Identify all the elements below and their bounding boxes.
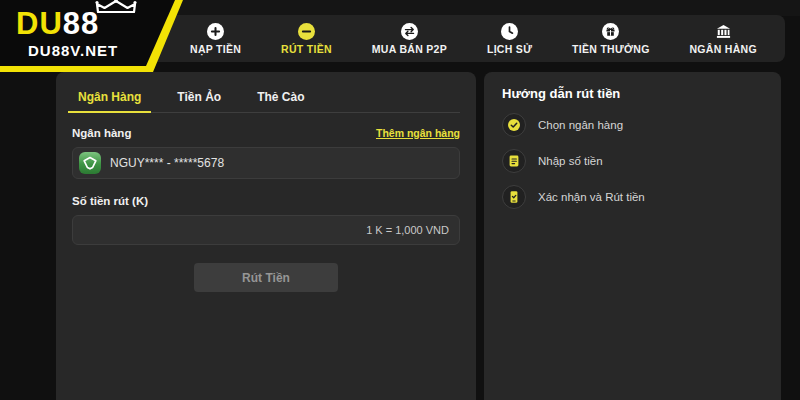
note-icon <box>502 149 526 173</box>
amount-input[interactable] <box>72 215 460 245</box>
tab-crypto[interactable]: Tiền Ảo <box>173 84 225 112</box>
nav-label: MUA BÁN P2P <box>372 43 447 55</box>
nav-label: TIỀN THƯỞNG <box>572 43 650 55</box>
minus-circle-icon <box>298 23 315 40</box>
nav-label: RÚT TIỀN <box>281 43 332 55</box>
guide-step-1: Chọn ngân hàng <box>502 113 763 137</box>
guide-step-label: Chọn ngân hàng <box>538 119 623 131</box>
swap-icon <box>401 23 418 40</box>
phone-confirm-icon <box>502 185 526 209</box>
tab-card[interactable]: Thẻ Cào <box>253 84 308 112</box>
guide-title: Hướng dẫn rút tiền <box>502 86 763 101</box>
bank-account-masked: NGUY**** - *****5678 <box>110 156 224 170</box>
bank-field-label: Ngân hàng <box>72 127 131 139</box>
bank-logo-shield-icon <box>79 152 101 174</box>
nav-item-deposit[interactable]: NẠP TIỀN <box>190 23 241 55</box>
amount-field-label: Số tiền rút (K) <box>72 195 148 207</box>
withdraw-panel: Ngân Hàng Tiền Ảo Thẻ Cào Ngân hàng Thêm… <box>56 72 476 400</box>
withdraw-submit-button[interactable]: Rút Tiền <box>194 263 338 292</box>
guide-step-3: Xác nhận và Rút tiền <box>502 185 763 209</box>
guide-step-label: Xác nhận và Rút tiền <box>538 191 645 203</box>
nav-item-p2p[interactable]: MUA BÁN P2P <box>372 23 447 55</box>
nav-item-withdraw[interactable]: RÚT TIỀN <box>281 23 332 55</box>
main-nav: NẠP TIỀN RÚT TIỀN MUA BÁN P2P LỊCH SỬ TI… <box>100 15 785 62</box>
logo-title: DU88 <box>16 8 99 39</box>
withdraw-method-tabs: Ngân Hàng Tiền Ảo Thẻ Cào <box>72 84 460 113</box>
guide-panel: Hướng dẫn rút tiền Chọn ngân hàng Nhập s… <box>484 72 781 400</box>
guide-step-2: Nhập số tiền <box>502 149 763 173</box>
clock-icon <box>501 23 518 40</box>
logo-domain: DU88V.NET <box>28 42 118 59</box>
nav-item-history[interactable]: LỊCH SỬ <box>487 23 532 55</box>
nav-item-bank[interactable]: NGÂN HÀNG <box>689 23 756 55</box>
logo-background: DU88 DU88V.NET <box>0 0 183 66</box>
add-bank-link[interactable]: Thêm ngân hàng <box>376 127 460 139</box>
guide-step-label: Nhập số tiền <box>538 155 603 167</box>
bank-icon <box>715 23 732 40</box>
nav-label: NẠP TIỀN <box>190 43 241 55</box>
plus-circle-icon <box>207 23 224 40</box>
check-circle-icon <box>502 113 526 137</box>
nav-label: LỊCH SỬ <box>487 43 532 55</box>
bank-account-select[interactable]: NGUY**** - *****5678 <box>72 147 460 179</box>
nav-label: NGÂN HÀNG <box>689 43 756 55</box>
tab-bank[interactable]: Ngân Hàng <box>74 84 145 112</box>
nav-item-rewards[interactable]: TIỀN THƯỞNG <box>572 23 650 55</box>
gift-icon <box>602 23 619 40</box>
